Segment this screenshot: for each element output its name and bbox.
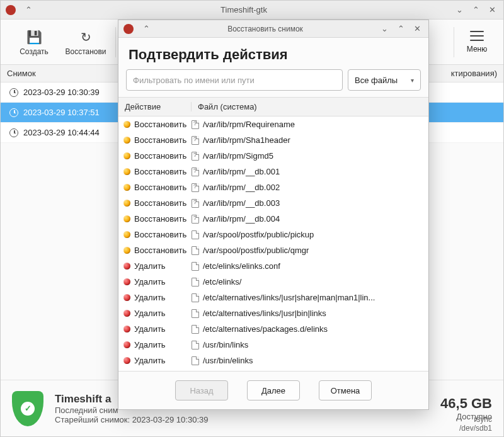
snapshot-time: 2023-03-29 10:44:44: [23, 128, 100, 137]
table-row[interactable]: Восстановить/var/lib/rpm/__db.002: [118, 179, 428, 195]
clock-icon: [9, 108, 18, 117]
file-icon: [192, 199, 199, 208]
create-button[interactable]: 💾 Создать: [8, 25, 60, 60]
table-body[interactable]: Восстановить/var/lib/rpm/RequirenameВосс…: [118, 116, 428, 371]
file-icon: [192, 183, 199, 192]
table-row[interactable]: Восстановить/var/lib/rpm/__db.001: [118, 164, 428, 179]
action-cell: Удалить: [123, 293, 192, 302]
check-icon: ✓: [21, 402, 35, 416]
expand-up-icon[interactable]: ⌃: [140, 24, 152, 33]
action-label: Удалить: [134, 356, 166, 365]
action-cell: Восстановить: [123, 151, 192, 161]
snapshot-time: 2023-03-29 10:30:39: [23, 88, 100, 97]
file-cell: /var/lib/rpm/Requirename: [192, 120, 423, 129]
file-type-select[interactable]: Все файлы ▾: [348, 69, 421, 91]
table-row[interactable]: Восстановить/var/spool/postfix/public/qm…: [118, 242, 428, 258]
status-dot-icon: [123, 341, 130, 348]
file-cell: /usr/bin/elinks: [192, 356, 423, 365]
dialog-title: Восстановить снимок: [152, 25, 378, 33]
status-dot-icon: [123, 121, 130, 128]
main-window: ⌃ Timeshift-gtk ⌄ ⌃ ✕ 💾 Создать ↻ Восста…: [0, 0, 504, 437]
chevron-down-icon: ▾: [411, 77, 414, 84]
action-label: Восстановить: [134, 167, 186, 176]
table-row[interactable]: Удалить/etc/alternatives/links/|usr|shar…: [118, 290, 428, 305]
restore-button[interactable]: ↻ Восстанови: [60, 25, 112, 60]
close-button[interactable]: ✕: [486, 5, 498, 14]
dialog-maximize-button[interactable]: ⌃: [394, 24, 407, 33]
action-label: Восстановить: [134, 151, 186, 161]
file-cell: /var/spool/postfix/public/pickup: [192, 230, 423, 239]
table-row[interactable]: Восстановить/var/lib/rpm/Requirename: [118, 116, 428, 132]
file-cell: /var/lib/rpm/__db.004: [192, 214, 423, 224]
status-dot-icon: [123, 184, 130, 191]
file-path: /usr/bin/elinks: [203, 356, 253, 365]
file-path: /var/lib/rpm/__db.001: [203, 167, 280, 176]
filter-input[interactable]: Фильтровать по имени или пути: [126, 69, 343, 91]
dialog-minimize-button[interactable]: ⌄: [378, 24, 391, 33]
table-row[interactable]: Восстановить/var/lib/rpm/Sha1header: [118, 132, 428, 148]
col-action[interactable]: Действие: [118, 102, 192, 111]
main-titlebar: ⌃ Timeshift-gtk ⌄ ⌃ ✕: [1, 1, 503, 20]
action-cell: Удалить: [123, 356, 192, 365]
separator: [115, 27, 116, 57]
file-icon: [192, 262, 199, 271]
table-row[interactable]: Удалить/usr/bin/elinks: [118, 353, 428, 368]
status-dot-icon: [123, 137, 130, 144]
hamburger-icon: [470, 31, 484, 41]
col-tags[interactable]: ктирования): [451, 69, 497, 78]
dialog-heading: Подтвердить действия: [118, 38, 428, 69]
table-row[interactable]: Восстановить/var/lib/rpm/Sigmd5: [118, 148, 428, 164]
action-cell: Восстановить: [123, 214, 192, 224]
action-label: Удалить: [134, 309, 166, 318]
action-label: Восстановить: [134, 198, 186, 208]
footer-oldest-snapshot: Старейший снимок: 2023-03-29 10:30:39: [55, 415, 440, 424]
table-row[interactable]: Удалить/etc/alternatives/links/|usr|bin|…: [118, 305, 428, 321]
maximize-button[interactable]: ⌃: [469, 5, 482, 14]
table-row[interactable]: Восстановить/var/spool/postfix/public/pi…: [118, 227, 428, 242]
status-dot-icon: [123, 152, 130, 159]
table-row[interactable]: Удалить/etc/elinks/elinks.conf: [118, 258, 428, 274]
file-path: /var/lib/rpm/Requirename: [203, 120, 295, 129]
restore-icon: ↻: [81, 28, 91, 46]
filter-placeholder: Фильтровать по имени или пути: [133, 76, 255, 85]
file-cell: /etc/elinks/elinks.conf: [192, 261, 423, 271]
col-file[interactable]: Файл (система): [192, 102, 415, 111]
table-row[interactable]: Восстановить/var/lib/rpm/__db.004: [118, 211, 428, 227]
restore-dialog: ⌃ Восстановить снимок ⌄ ⌃ ✕ Подтвердить …: [118, 20, 429, 410]
filter-row: Фильтровать по имени или пути Все файлы …: [118, 69, 428, 97]
file-path: /usr/bin/links: [203, 340, 248, 349]
file-path: /var/spool/postfix/public/qmgr: [203, 246, 309, 255]
minimize-button[interactable]: ⌄: [453, 5, 466, 14]
file-cell: /var/lib/rpm/Sigmd5: [192, 151, 423, 161]
expand-up-icon[interactable]: ⌃: [22, 5, 35, 14]
file-type-label: Все файлы: [355, 76, 398, 85]
dialog-titlebar: ⌃ Восстановить снимок ⌄ ⌃ ✕: [118, 20, 428, 38]
menu-button[interactable]: Меню: [458, 31, 496, 54]
table-row[interactable]: Удалить/etc/alternatives/packages.d/elin…: [118, 321, 428, 337]
action-cell: Восстановить: [123, 198, 192, 208]
file-path: /etc/alternatives/packages.d/elinks: [203, 324, 328, 334]
status-dot-icon: [123, 247, 130, 254]
back-button: Назад: [175, 380, 228, 400]
dialog-close-button[interactable]: ✕: [411, 24, 423, 33]
file-icon: [192, 120, 199, 129]
status-dot-icon: [123, 278, 130, 285]
file-cell: /etc/alternatives/links/|usr|bin|links: [192, 309, 423, 318]
table-row[interactable]: Восстановить/var/lib/rpm/__db.003: [118, 195, 428, 211]
action-cell: Удалить: [123, 340, 192, 349]
next-button[interactable]: Далее: [247, 380, 300, 400]
file-icon: [192, 356, 199, 365]
clock-icon: [9, 128, 18, 137]
app-icon: [123, 24, 134, 34]
action-cell: Удалить: [123, 261, 192, 271]
action-label: Удалить: [134, 277, 166, 287]
file-cell: /var/spool/postfix/public/qmgr: [192, 246, 423, 255]
status-dot-icon: [123, 326, 130, 332]
col-snapshot[interactable]: Снимок: [7, 69, 36, 78]
table-row[interactable]: Удалить/usr/bin/links: [118, 337, 428, 353]
window-title: Timeshift-gtk: [35, 5, 453, 14]
cancel-button[interactable]: Отмена: [319, 380, 372, 400]
table-row[interactable]: Удалить/etc/elinks/: [118, 274, 428, 290]
file-cell: /etc/alternatives/packages.d/elinks: [192, 324, 423, 334]
action-label: Удалить: [134, 261, 166, 271]
